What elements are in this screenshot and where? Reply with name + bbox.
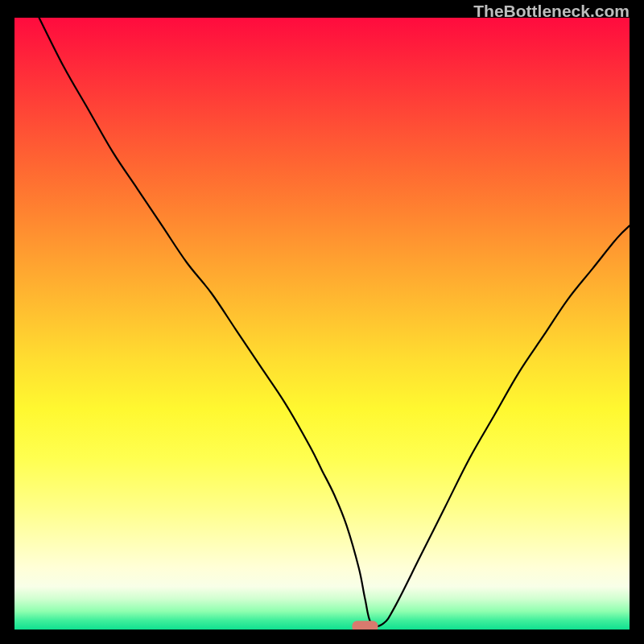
chart-svg-layer: [14, 18, 630, 630]
watermark-text: TheBottleneck.com: [473, 2, 630, 21]
optimal-point-marker: [352, 621, 378, 630]
bottleneck-curve: [39, 18, 630, 626]
bottleneck-chart: [14, 18, 630, 630]
